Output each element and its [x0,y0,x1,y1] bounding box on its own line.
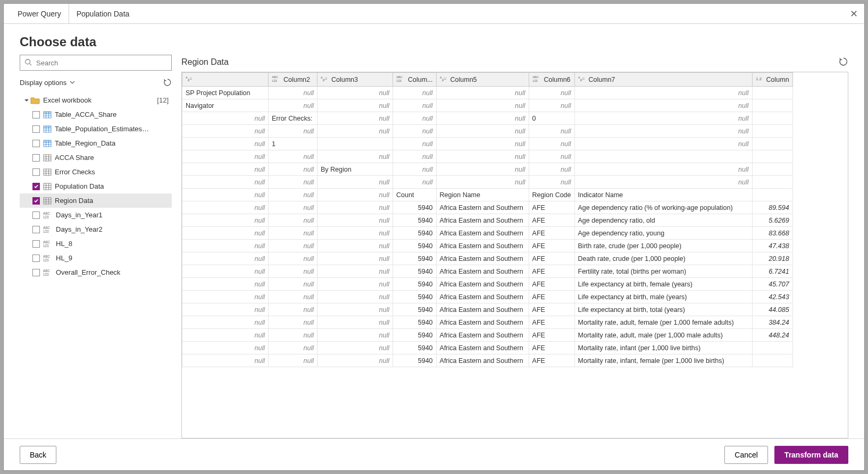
tab-population-data[interactable]: Population Data [69,4,137,24]
table-cell: null [318,99,393,112]
svg-line-1 [30,63,32,65]
tree-item[interactable]: ACCA Share [20,150,172,165]
tree-item[interactable]: ABC123Overall_Error_Check [20,265,172,280]
table-cell: null [574,125,752,138]
table-row[interactable]: SP Project Populationnullnullnullnullnul… [182,87,793,99]
table-cell [752,138,792,150]
table-cell: null [393,87,437,99]
table-cell [752,125,792,138]
refresh-tree-icon[interactable] [163,78,172,87]
table-cell: null [182,316,269,329]
transform-data-button[interactable]: Transform data [774,446,848,464]
table-cell: Africa Eastern and Southern [436,227,529,240]
table-row[interactable]: nullnullnull5940Africa Eastern and South… [182,214,793,227]
tree-item[interactable]: ABC123HL_8 [20,236,172,251]
checkbox[interactable] [32,140,40,147]
table-row[interactable]: nullnullnull5940Africa Eastern and South… [182,329,793,342]
display-options-label: Display options [20,79,66,87]
checkbox[interactable] [32,255,40,262]
search-input[interactable] [35,58,167,67]
type-icon: ABC [578,75,587,84]
tree-item[interactable]: Population Data [20,179,172,193]
checkbox[interactable] [32,168,40,176]
table-row[interactable]: nullError Checks:nullnullnull0null [182,112,793,125]
table-row[interactable]: nullnullnull5940Africa Eastern and South… [182,303,793,316]
tree-item[interactable]: Table_Population_Estimates_b... [20,122,172,136]
table-cell: null [269,125,318,138]
table-row[interactable]: Navigatornullnullnullnullnullnull [182,99,793,112]
table-row[interactable]: nullnullnullCountRegion NameRegion CodeI… [182,189,793,201]
tab-power-query[interactable]: Power Query [10,4,69,24]
table-row[interactable]: nullnullnull5940Africa Eastern and South… [182,240,793,252]
tree-item[interactable]: ABC123Days_in_Year1 [20,208,172,222]
table-cell: AFE [529,303,574,316]
table-row[interactable]: null1nullnullnullnull [182,138,793,150]
svg-rect-7 [44,112,51,114]
table-row[interactable]: nullnullnullnullnullnullnull [182,176,793,189]
svg-rect-19 [44,140,51,142]
column-header[interactable]: ABC123Colum... [393,73,437,87]
table-icon [43,139,52,148]
tree-item[interactable]: Region Data [20,193,172,208]
tree-item-label: Overall_Error_Check [56,268,120,276]
table-row[interactable]: nullnullnull5940Africa Eastern and South… [182,278,793,291]
column-header[interactable]: 1.2Column [752,73,792,87]
column-header[interactable]: ABC123Column6 [529,73,574,87]
table-row[interactable]: nullnullnull5940Africa Eastern and South… [182,291,793,303]
table-row[interactable]: nullnullnull5940Africa Eastern and South… [182,265,793,278]
refresh-preview-icon[interactable] [839,57,848,68]
tree-item[interactable]: Table_ACCA_Share [20,107,172,122]
table-row[interactable]: nullnullnull5940Africa Eastern and South… [182,227,793,240]
tree-item-label: Error Checks [55,168,95,176]
close-icon[interactable]: ✕ [850,8,858,20]
table-cell: null [574,112,752,125]
table-cell: Birth rate, crude (per 1,000 people) [574,240,752,252]
column-header[interactable]: ABCColumn7 [574,73,752,87]
checkbox[interactable] [32,154,40,162]
tree-item[interactable]: ABC123HL_9 [20,251,172,265]
tree-item[interactable]: Table_Region_Data [20,136,172,150]
table-cell: 5940 [393,342,437,354]
table-cell: null [393,150,437,163]
preview-grid[interactable]: ABCABC123Column2ABCColumn3ABC123Colum...… [181,72,848,438]
cancel-button[interactable]: Cancel [724,446,768,464]
table-row[interactable]: nullnullnullnullnullnull [182,150,793,163]
svg-text:ABC: ABC [43,240,50,244]
table-cell: null [318,265,393,278]
checkbox[interactable] [32,269,40,276]
table-row[interactable]: nullnullnull5940Africa Eastern and South… [182,342,793,354]
table-cell: AFE [529,329,574,342]
table-row[interactable]: nullnullnull5940Africa Eastern and South… [182,201,793,214]
back-button[interactable]: Back [20,446,56,464]
table-row[interactable]: nullnullnull5940Africa Eastern and South… [182,252,793,265]
checkbox[interactable] [32,111,40,118]
checkbox[interactable] [32,197,40,205]
checkbox[interactable] [32,240,40,248]
footer: Back Cancel Transform data [4,438,864,470]
column-header[interactable]: ABC [182,73,269,87]
column-header[interactable]: ABC123Column2 [269,73,318,87]
table-cell: null [529,150,574,163]
type-icon: ABC123 [272,75,281,84]
search-box[interactable] [20,55,172,71]
table-cell: null [393,138,437,150]
table-cell: null [269,354,318,367]
column-header[interactable]: ABCColumn3 [318,73,393,87]
tree-root[interactable]: Excel workbook [12] [20,93,172,107]
table-row[interactable]: nullnullBy Regionnullnullnullnull [182,163,793,176]
table-row[interactable]: nullnullnull5940Africa Eastern and South… [182,316,793,329]
display-options-dropdown[interactable]: Display options [20,79,75,87]
type-icon: ABC [186,75,194,84]
table-cell: null [436,138,529,150]
column-header[interactable]: ABCColumn5 [436,73,529,87]
tree-item[interactable]: Error Checks [20,165,172,179]
checkbox[interactable] [32,125,40,133]
column-label: Column2 [283,76,310,83]
table-row[interactable]: nullnullnull5940Africa Eastern and South… [182,354,793,367]
table-row[interactable]: nullnullnullnullnullnullnull [182,125,793,138]
checkbox[interactable] [32,183,40,190]
checkbox[interactable] [32,226,40,233]
tree-item[interactable]: ABC123Days_in_Year2 [20,222,172,236]
page-title: Choose data [20,35,848,49]
checkbox[interactable] [32,211,40,219]
